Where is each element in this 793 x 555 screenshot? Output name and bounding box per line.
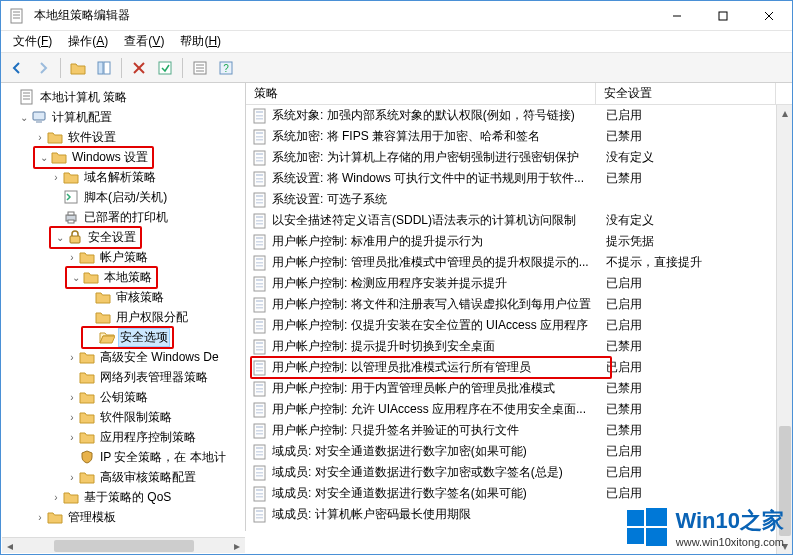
policy-row[interactable]: 系统设置: 可选子系统	[246, 189, 792, 210]
tree-advaudit[interactable]: 高级审核策略配置	[98, 468, 198, 487]
up-button[interactable]	[66, 56, 90, 80]
policy-row[interactable]: 域成员: 对安全通道数据进行数字签名(如果可能)已启用	[246, 483, 792, 504]
tree-computer[interactable]: 计算机配置	[50, 108, 114, 127]
twisty-icon[interactable]: ›	[33, 132, 47, 143]
tree-options[interactable]: 安全选项	[118, 328, 170, 347]
list-scrollbar-vertical[interactable]: ▴ ▾	[776, 105, 792, 554]
policy-row[interactable]: 用户帐户控制: 仅提升安装在安全位置的 UIAccess 应用程序已启用	[246, 315, 792, 336]
twisty-icon[interactable]: ›	[49, 492, 63, 503]
policy-icon	[252, 213, 268, 229]
twisty-icon[interactable]: ›	[65, 412, 79, 423]
toolbar: ?	[1, 53, 792, 83]
tree-restrict[interactable]: 软件限制策略	[98, 408, 174, 427]
maximize-button[interactable]	[700, 1, 746, 31]
twisty-icon[interactable]: ›	[65, 252, 79, 263]
tree-defender[interactable]: 高级安全 Windows De	[98, 348, 221, 367]
tree-admin[interactable]: 管理模板	[66, 508, 118, 527]
tree-panel[interactable]: 本地计算机 策略 ⌄计算机配置 ›软件设置 ⌄Windows 设置 ›域名解析策…	[1, 83, 246, 531]
tree-pubkey[interactable]: 公钥策略	[98, 388, 150, 407]
menu-view[interactable]: 查看(V)	[116, 31, 172, 52]
policy-row[interactable]: 用户帐户控制: 标准用户的提升提示行为提示凭据	[246, 231, 792, 252]
policy-row[interactable]: 用户帐户控制: 允许 UIAccess 应用程序在不使用安全桌面...已禁用	[246, 399, 792, 420]
tree-scripts[interactable]: 脚本(启动/关机)	[82, 188, 169, 207]
policy-row[interactable]: 用户帐户控制: 管理员批准模式中管理员的提升权限提示的...不提示，直接提升	[246, 252, 792, 273]
tree-root[interactable]: 本地计算机 策略	[38, 88, 129, 107]
menubar: 文件(F) 操作(A) 查看(V) 帮助(H)	[1, 31, 792, 53]
column-headers: 策略 安全设置	[246, 83, 792, 105]
policy-row[interactable]: 用户帐户控制: 将文件和注册表写入错误虚拟化到每用户位置已启用	[246, 294, 792, 315]
policy-row[interactable]: 系统加密: 为计算机上存储的用户密钥强制进行强密钥保护没有定义	[246, 147, 792, 168]
policy-name: 用户帐户控制: 检测应用程序安装并提示提升	[272, 275, 598, 292]
policy-icon	[252, 129, 268, 145]
policy-row[interactable]: 域成员: 计算机帐户密码最长使用期限	[246, 504, 792, 525]
policy-row[interactable]: 系统加密: 将 FIPS 兼容算法用于加密、哈希和签名已禁用	[246, 126, 792, 147]
twisty-icon[interactable]: ›	[65, 432, 79, 443]
tree-software[interactable]: 软件设置	[66, 128, 118, 147]
menu-file[interactable]: 文件(F)	[5, 31, 60, 52]
policy-row[interactable]: 用户帐户控制: 只提升签名并验证的可执行文件已禁用	[246, 420, 792, 441]
menu-action[interactable]: 操作(A)	[60, 31, 116, 52]
policy-row[interactable]: 系统对象: 加强内部系统对象的默认权限(例如，符号链接)已启用	[246, 105, 792, 126]
policy-row[interactable]: 用户帐户控制: 提示提升时切换到安全桌面已禁用	[246, 336, 792, 357]
minimize-button[interactable]	[654, 1, 700, 31]
scroll-thumb[interactable]	[779, 426, 791, 536]
nav-back-button[interactable]	[5, 56, 29, 80]
export-button[interactable]	[153, 56, 177, 80]
policy-setting: 已禁用	[598, 338, 792, 355]
tree-printers[interactable]: 已部署的打印机	[82, 208, 170, 227]
window-title: 本地组策略编辑器	[34, 7, 130, 24]
tree-rights[interactable]: 用户权限分配	[114, 308, 190, 327]
policy-row[interactable]: 以安全描述符定义语言(SDDL)语法表示的计算机访问限制没有定义	[246, 210, 792, 231]
policy-row[interactable]: 域成员: 对安全通道数据进行数字加密或数字签名(总是)已启用	[246, 462, 792, 483]
twisty-icon[interactable]: ›	[65, 352, 79, 363]
tree-ipsec[interactable]: IP 安全策略，在 本地计	[98, 448, 228, 467]
scroll-down-icon[interactable]: ▾	[777, 538, 792, 554]
policy-icon	[252, 297, 268, 313]
twisty-icon[interactable]: ⌄	[69, 272, 83, 283]
twisty-icon[interactable]: ›	[65, 392, 79, 403]
scroll-right-icon[interactable]: ▸	[229, 539, 245, 553]
tree-local[interactable]: 本地策略	[102, 268, 154, 287]
delete-button[interactable]	[127, 56, 151, 80]
policy-row[interactable]: 系统设置: 将 Windows 可执行文件中的证书规则用于软件...已禁用	[246, 168, 792, 189]
twisty-icon[interactable]: ⌄	[53, 232, 67, 243]
policy-row[interactable]: 用户帐户控制: 以管理员批准模式运行所有管理员已启用	[246, 357, 792, 378]
scroll-up-icon[interactable]: ▴	[777, 105, 792, 121]
policy-icon	[252, 108, 268, 124]
scroll-thumb[interactable]	[54, 540, 194, 552]
folder-icon	[63, 489, 79, 505]
tree-qos[interactable]: 基于策略的 QoS	[82, 488, 173, 507]
twisty-icon[interactable]: ›	[65, 472, 79, 483]
tree-dns[interactable]: 域名解析策略	[82, 168, 158, 187]
tree-account[interactable]: 帐户策略	[98, 248, 150, 267]
tree-appctl[interactable]: 应用程序控制策略	[98, 428, 198, 447]
tree-scrollbar-horizontal[interactable]: ◂ ▸	[2, 537, 245, 553]
close-button[interactable]	[746, 1, 792, 31]
tree-nlm[interactable]: 网络列表管理器策略	[98, 368, 210, 387]
twisty-icon[interactable]: ⌄	[17, 112, 31, 123]
show-tree-button[interactable]	[92, 56, 116, 80]
policy-row[interactable]: 用户帐户控制: 用于内置管理员帐户的管理员批准模式已禁用	[246, 378, 792, 399]
help-button[interactable]: ?	[214, 56, 238, 80]
menu-help[interactable]: 帮助(H)	[172, 31, 229, 52]
column-policy[interactable]: 策略	[246, 83, 596, 104]
twisty-icon[interactable]: ›	[49, 172, 63, 183]
twisty-icon[interactable]: ›	[33, 512, 47, 523]
policy-row[interactable]: 用户帐户控制: 检测应用程序安装并提示提升已启用	[246, 273, 792, 294]
folder-icon	[79, 369, 95, 385]
policy-list[interactable]: 系统对象: 加强内部系统对象的默认权限(例如，符号链接)已启用系统加密: 将 F…	[246, 105, 792, 554]
tree-windows[interactable]: Windows 设置	[70, 148, 150, 167]
folder-icon	[95, 289, 111, 305]
tree-audit[interactable]: 审核策略	[114, 288, 166, 307]
twisty-icon[interactable]: ⌄	[37, 152, 51, 163]
policy-setting: 已启用	[598, 443, 792, 460]
policy-name: 用户帐户控制: 以管理员批准模式运行所有管理员	[272, 359, 598, 376]
policy-row[interactable]: 域成员: 对安全通道数据进行数字加密(如果可能)已启用	[246, 441, 792, 462]
nav-forward-button[interactable]	[31, 56, 55, 80]
folder-icon	[51, 149, 67, 165]
column-setting[interactable]: 安全设置	[596, 83, 776, 104]
tree-security[interactable]: 安全设置	[86, 228, 138, 247]
svg-text:?: ?	[223, 63, 229, 74]
properties-button[interactable]	[188, 56, 212, 80]
scroll-left-icon[interactable]: ◂	[2, 539, 18, 553]
